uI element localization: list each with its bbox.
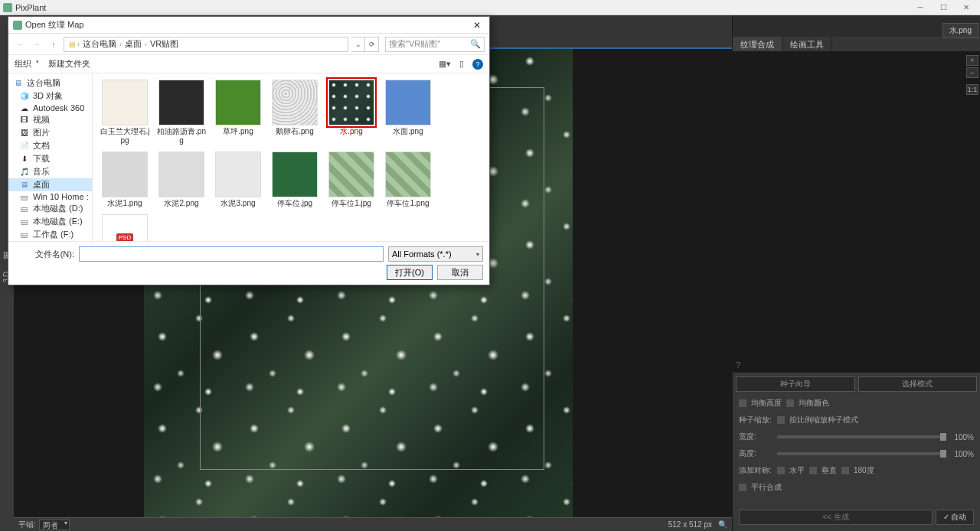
file-thumbnail: [385, 80, 431, 125]
nav-forward-button[interactable]: →: [30, 37, 44, 51]
search-icon: 🔍: [470, 39, 481, 49]
tree-item[interactable]: ☁Autodesk 360: [8, 103, 92, 113]
equalize-height-checkbox[interactable]: [739, 399, 746, 407]
file-item[interactable]: 白玉兰大理石.jpg: [97, 78, 152, 147]
help-icon[interactable]: ?: [736, 360, 740, 370]
sym-horizontal-checkbox[interactable]: [777, 467, 785, 474]
tab-texture-synthesis[interactable]: 纹理合成: [733, 37, 782, 51]
sym-180-checkbox[interactable]: [841, 467, 849, 474]
file-thumbnail: [215, 80, 261, 125]
file-item[interactable]: 水泥1.png: [97, 150, 152, 210]
equalize-color-checkbox[interactable]: [786, 399, 794, 407]
seed-proportional-label: 按比例缩放种子模式: [789, 415, 858, 425]
file-item[interactable]: 草坪.png: [211, 78, 266, 147]
parallel-checkbox[interactable]: [739, 484, 746, 491]
tree-item[interactable]: 🎞视频: [8, 113, 92, 126]
width-label: 宽度:: [739, 432, 773, 442]
file-item[interactable]: 停车位1.png: [381, 150, 436, 210]
path-dropdown-button[interactable]: ⌄: [351, 37, 365, 52]
file-thumbnail: [102, 151, 148, 197]
dialog-icon: [13, 21, 22, 30]
right-panel: 水.png 纹理合成 绘画工具 + − 1:1 ? 种子向导 选择模式 均衡高度…: [732, 15, 980, 531]
file-format-combo[interactable]: All Formats (*.*): [388, 246, 483, 262]
auto-generate-toggle[interactable]: ✓ 自动: [936, 510, 974, 525]
file-name: 停车位.jpg: [277, 199, 312, 208]
file-thumbnail: [328, 80, 374, 125]
seed-proportional-checkbox[interactable]: [777, 416, 785, 424]
file-item[interactable]: 水面.png: [381, 78, 436, 147]
height-slider[interactable]: [777, 452, 946, 455]
equalize-color-label: 均衡颜色: [799, 398, 829, 409]
cancel-button[interactable]: 取消: [437, 265, 483, 280]
file-name: 柏油路沥青.png: [155, 127, 207, 145]
tree-item[interactable]: 🧊3D 对象: [8, 90, 92, 103]
search-input[interactable]: 搜索"VR贴图" 🔍: [385, 37, 485, 52]
status-bar: 平铺: 两者 512 x 512 px 🔍: [14, 517, 732, 531]
file-item[interactable]: 水泥3.png: [211, 150, 266, 210]
view-mode-button[interactable]: ▦▾: [439, 58, 451, 70]
new-folder-button[interactable]: 新建文件夹: [48, 58, 98, 70]
preview-remove-button[interactable]: −: [966, 67, 978, 78]
tree-item[interactable]: 🖥这台电脑: [8, 77, 92, 90]
file-name: 水泥1.png: [107, 199, 142, 208]
select-mode-button[interactable]: 选择模式: [858, 376, 978, 392]
tree-item[interactable]: 🖥桌面: [8, 178, 92, 191]
file-item[interactable]: 停车位1.jpg: [324, 150, 379, 210]
dialog-close-button[interactable]: ✕: [469, 20, 485, 31]
path-refresh-button[interactable]: ⟳: [365, 37, 379, 52]
tab-paint-tools[interactable]: 绘画工具: [782, 37, 832, 51]
tree-item[interactable]: 🖴工作盘 (F:): [8, 228, 92, 241]
tree-item[interactable]: 🖼图片: [8, 126, 92, 139]
organize-menu[interactable]: 组织: [15, 58, 39, 70]
width-slider[interactable]: [777, 435, 946, 438]
sym-vertical-checkbox[interactable]: [809, 467, 817, 474]
file-thumbnail: [158, 151, 204, 197]
crumb-0[interactable]: 这台电脑: [81, 38, 118, 50]
preview-pane-button[interactable]: ▯: [456, 58, 468, 70]
minimize-button[interactable]: ─: [910, 1, 931, 15]
nav-up-button[interactable]: ↑: [47, 37, 60, 51]
tree-item[interactable]: 🖴Win 10 Home :: [8, 191, 92, 202]
tree-item-label: 音乐: [33, 166, 50, 178]
file-thumbnail: [385, 151, 431, 197]
filename-input[interactable]: [79, 246, 384, 262]
music-icon: 🎵: [19, 168, 30, 176]
file-item[interactable]: PSD停车位1.psd: [97, 213, 152, 241]
seed-wizard-button[interactable]: 种子向导: [736, 376, 855, 392]
tree-item[interactable]: 🖴本地磁盘 (E:): [8, 215, 92, 228]
tile-combo[interactable]: 两者: [39, 520, 70, 530]
file-name: 水泥3.png: [220, 199, 255, 208]
sym-horizontal-label: 水平: [789, 465, 805, 476]
preview-add-button[interactable]: +: [966, 55, 978, 66]
tree-item[interactable]: 📄文档: [8, 139, 92, 152]
sym-180-label: 180度: [854, 465, 874, 476]
file-thumbnail: PSD: [102, 214, 148, 241]
drive-icon: 🖴: [19, 204, 30, 213]
crumb-1[interactable]: 桌面: [123, 38, 143, 50]
zoom-icon[interactable]: 🔍: [718, 520, 727, 529]
tree-item[interactable]: ⬇下载: [8, 152, 92, 165]
file-item[interactable]: 水.png: [324, 78, 379, 147]
breadcrumb[interactable]: 🖥 › 这台电脑 › 桌面 › VR贴图: [64, 37, 348, 52]
folder-tree[interactable]: 🖥这台电脑🧊3D 对象☁Autodesk 360🎞视频🖼图片📄文档⬇下载🎵音乐🖥…: [8, 73, 93, 241]
file-item[interactable]: 水泥2.png: [154, 150, 209, 210]
preview-zoom-button[interactable]: 1:1: [966, 84, 978, 95]
tree-item[interactable]: 🎵音乐: [8, 165, 92, 178]
close-button[interactable]: ✕: [956, 1, 977, 15]
app-icon: [3, 3, 12, 12]
dl-icon: ⬇: [19, 155, 30, 163]
file-item[interactable]: 柏油路沥青.png: [154, 78, 209, 147]
crumb-2[interactable]: VR贴图: [149, 38, 180, 50]
document-tab[interactable]: 水.png: [942, 23, 978, 38]
file-item[interactable]: 停车位.jpg: [267, 150, 322, 210]
open-button[interactable]: 打开(O): [387, 265, 433, 280]
maximize-button[interactable]: ☐: [933, 1, 954, 15]
generate-button[interactable]: << 生成: [739, 510, 933, 525]
file-list[interactable]: 白玉兰大理石.jpg柏油路沥青.png草坪.png鹅卵石.png水.png水面.…: [93, 73, 489, 241]
file-item[interactable]: 鹅卵石.png: [267, 78, 322, 147]
tree-item[interactable]: 🖴本地磁盘 (D:): [8, 202, 92, 215]
app-titlebar: PixPlant ─ ☐ ✕: [0, 0, 980, 15]
nav-back-button[interactable]: ←: [13, 37, 27, 51]
file-name: 水面.png: [393, 127, 423, 136]
help-button[interactable]: ?: [472, 59, 483, 70]
